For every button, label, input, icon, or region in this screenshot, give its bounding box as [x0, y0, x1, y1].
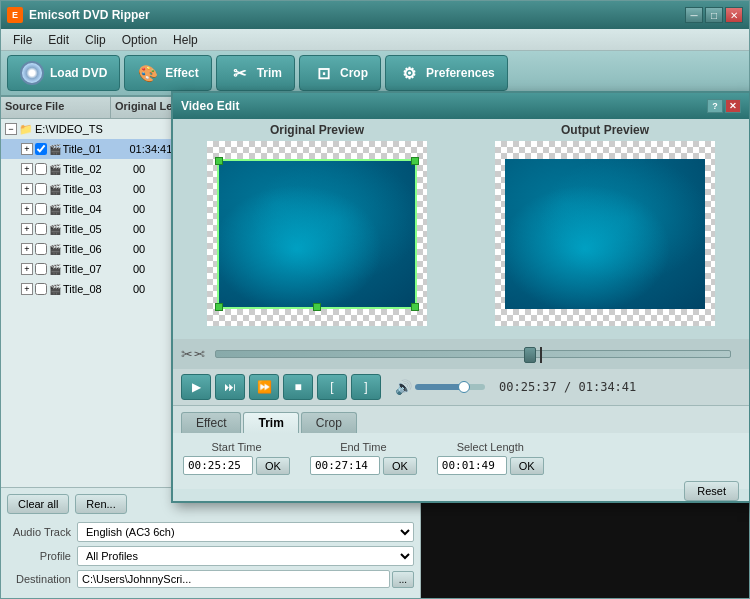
timeline-handle[interactable] — [524, 347, 536, 363]
audio-track-row: Audio Track English (AC3 6ch) — [7, 522, 414, 542]
row-toggle-5[interactable]: + — [21, 243, 33, 255]
timeline-bar[interactable] — [215, 350, 731, 358]
menu-help[interactable]: Help — [165, 31, 206, 49]
row-checkbox-3[interactable] — [35, 203, 47, 215]
tab-crop[interactable]: Crop — [301, 412, 357, 433]
time-current: 00:25:37 — [499, 380, 557, 394]
file-icon-3: 🎬 — [49, 204, 61, 215]
menu-edit[interactable]: Edit — [40, 31, 77, 49]
row-checkbox-6[interactable] — [35, 263, 47, 275]
video-edit-dialog: Video Edit ? ✕ Original Preview — [171, 91, 750, 503]
row-toggle-6[interactable]: + — [21, 263, 33, 275]
start-mark-button[interactable]: [ — [317, 374, 347, 400]
end-mark-button[interactable]: ] — [351, 374, 381, 400]
output-preview-label: Output Preview — [561, 119, 649, 141]
audio-track-label: Audio Track — [7, 526, 77, 538]
row-toggle-7[interactable]: + — [21, 283, 33, 295]
crop-label: Crop — [340, 66, 368, 80]
dvd-icon — [20, 61, 44, 85]
original-preview-canvas — [207, 141, 427, 326]
playback-section: ▶ ⏭ ⏩ ■ [ ] 🔊 00:25:37 / 01:34:41 — [173, 369, 749, 405]
end-time-label: End Time — [340, 441, 386, 453]
row-checkbox-2[interactable] — [35, 183, 47, 195]
render-button[interactable]: Ren... — [75, 494, 126, 514]
effect-button[interactable]: 🎨 Effect — [124, 55, 211, 91]
row-checkbox-5[interactable] — [35, 243, 47, 255]
frame-forward-button[interactable]: ⏩ — [249, 374, 279, 400]
maximize-button[interactable]: □ — [705, 7, 723, 23]
menu-file[interactable]: File — [5, 31, 40, 49]
row-name-6: Title_07 — [63, 263, 133, 275]
file-icon-7: 🎬 — [49, 284, 61, 295]
time-display: 00:25:37 / 01:34:41 — [499, 380, 636, 394]
reset-button[interactable]: Reset — [684, 481, 739, 501]
effect-icon: 🎨 — [137, 62, 159, 84]
root-label: E:\VIDEO_TS — [35, 123, 103, 135]
app-title: Emicsoft DVD Ripper — [29, 8, 150, 22]
row-checkbox-4[interactable] — [35, 223, 47, 235]
crop-button[interactable]: ⊡ Crop — [299, 55, 381, 91]
browse-button[interactable]: ... — [392, 571, 414, 588]
row-toggle-4[interactable]: + — [21, 223, 33, 235]
profile-select[interactable]: All Profiles — [77, 546, 414, 566]
close-button[interactable]: ✕ — [725, 7, 743, 23]
tab-effect[interactable]: Effect — [181, 412, 241, 433]
start-time-label: Start Time — [211, 441, 261, 453]
preferences-button[interactable]: ⚙ Preferences — [385, 55, 508, 91]
audio-track-select[interactable]: English (AC3 6ch) — [77, 522, 414, 542]
scissors-left-icon[interactable]: ✂ — [181, 346, 193, 362]
select-length-input[interactable] — [437, 456, 507, 475]
file-icon-6: 🎬 — [49, 264, 61, 275]
profile-row: Profile All Profiles — [7, 546, 414, 566]
tab-trim[interactable]: Trim — [243, 412, 298, 433]
bottom-controls: Clear all Ren... Audio Track English (AC… — [1, 487, 420, 598]
original-preview-pane: Original Preview — [173, 119, 461, 339]
play-button[interactable]: ▶ — [181, 374, 211, 400]
title-controls: ─ □ ✕ — [685, 7, 743, 23]
select-length-ok-button[interactable]: OK — [510, 457, 544, 475]
minimize-button[interactable]: ─ — [685, 7, 703, 23]
dialog-help-button[interactable]: ? — [707, 99, 723, 113]
load-dvd-button[interactable]: Load DVD — [7, 55, 120, 91]
video-content — [217, 159, 417, 309]
menu-option[interactable]: Option — [114, 31, 165, 49]
timeline-section: ✂ ✂ — [173, 339, 749, 369]
effect-label: Effect — [165, 66, 198, 80]
start-time-input[interactable] — [183, 456, 253, 475]
end-time-ok-button[interactable]: OK — [383, 457, 417, 475]
dialog-title-label: Video Edit — [181, 99, 239, 113]
title-bar: E Emicsoft DVD Ripper ─ □ ✕ — [1, 1, 749, 29]
dialog-title-bar: Video Edit ? ✕ — [173, 93, 749, 119]
row-checkbox-0[interactable] — [35, 143, 47, 155]
menu-bar: File Edit Clip Option Help — [1, 29, 749, 51]
time-fields: Start Time OK End Time OK Select Length — [183, 441, 739, 475]
row-checkbox-1[interactable] — [35, 163, 47, 175]
row-toggle-2[interactable]: + — [21, 183, 33, 195]
destination-value: C:\Users\JohnnyScri... — [77, 570, 390, 588]
trim-button[interactable]: ✂ Trim — [216, 55, 295, 91]
row-toggle-0[interactable]: + — [21, 143, 33, 155]
file-icon-4: 🎬 — [49, 224, 61, 235]
end-time-input[interactable] — [310, 456, 380, 475]
stop-button[interactable]: ■ — [283, 374, 313, 400]
volume-thumb[interactable] — [458, 381, 470, 393]
row-checkbox-7[interactable] — [35, 283, 47, 295]
row-toggle-3[interactable]: + — [21, 203, 33, 215]
row-toggle-1[interactable]: + — [21, 163, 33, 175]
preferences-icon: ⚙ — [398, 62, 420, 84]
end-time-input-row: OK — [310, 456, 417, 475]
menu-clip[interactable]: Clip — [77, 31, 114, 49]
clear-all-button[interactable]: Clear all — [7, 494, 69, 514]
root-toggle[interactable]: − — [5, 123, 17, 135]
row-name-0: Title_01 — [63, 143, 130, 155]
scissors-right-icon[interactable]: ✂ — [193, 346, 205, 362]
destination-row: Destination C:\Users\JohnnyScri... ... — [7, 570, 414, 588]
dialog-close-button[interactable]: ✕ — [725, 99, 741, 113]
timeline-cursor — [540, 347, 542, 363]
row-name-5: Title_06 — [63, 243, 133, 255]
volume-slider[interactable] — [415, 384, 485, 390]
start-time-ok-button[interactable]: OK — [256, 457, 290, 475]
step-forward-button[interactable]: ⏭ — [215, 374, 245, 400]
dialog-title-buttons: ? ✕ — [707, 99, 741, 113]
volume-icon: 🔊 — [395, 379, 412, 395]
